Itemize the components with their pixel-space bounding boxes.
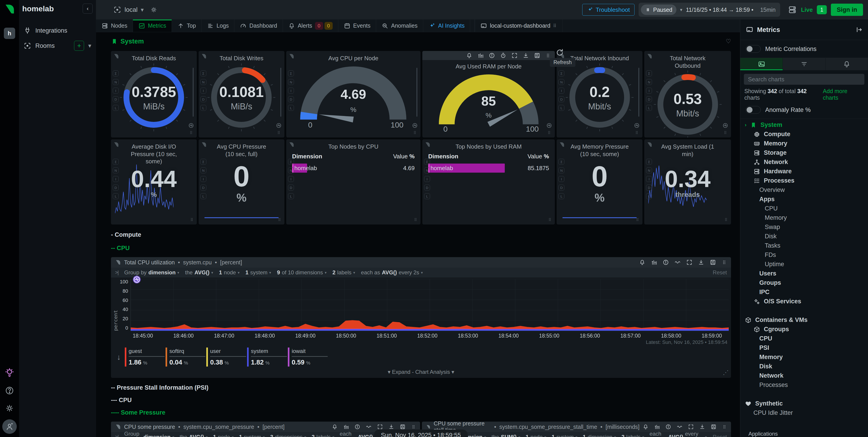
collapse-filters-icon[interactable]: >| bbox=[115, 434, 118, 437]
card-top-nodes-by-used-ram[interactable]: ΣNIDL Top Nodes by Used RAM DimensionVal… bbox=[422, 139, 555, 225]
info-icon[interactable] bbox=[665, 424, 671, 430]
sidebar-item-synthetic[interactable]: Synthetic bbox=[740, 399, 868, 408]
fullscreen-icon[interactable] bbox=[688, 424, 694, 430]
sidebar-item-memory[interactable]: Memory bbox=[740, 139, 868, 148]
drag-handle-icon[interactable] bbox=[413, 217, 418, 222]
filter-chip[interactable]: 2 labels ▾ bbox=[333, 269, 355, 276]
chart-type-letters[interactable]: ΣNIDL bbox=[200, 70, 206, 111]
chart-type-letters[interactable]: ΣNIDL bbox=[200, 159, 206, 199]
sidebar-item-containers-vms[interactable]: Containers & VMs bbox=[740, 315, 868, 325]
alerts-bell-icon[interactable] bbox=[466, 52, 472, 59]
sidebar-item-fds[interactable]: FDs bbox=[740, 250, 868, 260]
column-value[interactable]: Value % bbox=[527, 153, 549, 160]
chart-type-letters[interactable]: ΣNIDL bbox=[424, 159, 430, 199]
card-avg-disk-io-pressure[interactable]: ΣNIDL Average Disk I/O Pressure (10 sec,… bbox=[111, 139, 197, 225]
drag-handle-icon[interactable] bbox=[548, 217, 552, 222]
section-some-pressure[interactable]: ---- Some Pressure bbox=[111, 409, 731, 416]
sidebar-item-psi[interactable]: PSI bbox=[740, 343, 868, 352]
filter-chip[interactable]: Group by dimension ▾ bbox=[124, 269, 179, 276]
sidebar-item-processes[interactable]: Processes bbox=[740, 176, 868, 185]
sidebar-item-cgroups[interactable]: Cgroups bbox=[740, 325, 868, 334]
tab-alerts-panel[interactable] bbox=[826, 58, 868, 70]
section-cpu[interactable]: -- CPU bbox=[111, 245, 731, 252]
filter-chip[interactable]: 1 node ▾ bbox=[213, 431, 234, 437]
chart-cpu-some-pressure[interactable]: CPU some pressure •system.cpu_some_press… bbox=[111, 421, 420, 437]
anomalies-icon[interactable] bbox=[654, 424, 660, 430]
filter-chip[interactable]: 9 of 10 dimensions ▾ bbox=[277, 269, 327, 276]
time-range-picker[interactable]: Paused ▾ 11/16/25 • 18:44 → 18:59 • 15mi… bbox=[639, 3, 780, 17]
section-compute[interactable]: - Compute bbox=[111, 231, 731, 238]
card-scrollbar[interactable] bbox=[416, 68, 417, 117]
sort-arrow-icon[interactable]: ↓ bbox=[117, 353, 121, 361]
sidebar-item-uptime[interactable]: Uptime bbox=[740, 260, 868, 269]
card-top-nodes-by-cpu[interactable]: ΣNIDL Top Nodes by CPU DimensionValue % … bbox=[286, 139, 421, 225]
sidebar-item-system[interactable]: › System bbox=[740, 120, 868, 129]
card-avg-used-ram-per-node[interactable]: Avg Used RAM per Node 85 % 0 100 bbox=[422, 51, 555, 138]
card-avg-system-load[interactable]: ΣNIDL Avg System Load (1 min) 0.34thread… bbox=[644, 139, 731, 225]
info-icon[interactable] bbox=[354, 424, 360, 430]
favorite-heart-icon[interactable]: ♡ bbox=[726, 38, 731, 45]
filter-chip[interactable]: the AVG() ▾ bbox=[180, 431, 208, 437]
tab-dashboard[interactable]: Dashboard ⠿ bbox=[235, 20, 283, 32]
sidebar-item-rooms[interactable]: Rooms + ▾ bbox=[22, 38, 93, 54]
chart-type-letters[interactable]: ΣNIDL bbox=[646, 159, 652, 199]
filter-chip[interactable]: the SUM() ▾ bbox=[492, 431, 520, 437]
anomaly-pulse-icon[interactable] bbox=[276, 122, 282, 128]
tab-top[interactable]: Top ⠿ bbox=[172, 20, 202, 32]
drag-handle-icon[interactable] bbox=[189, 130, 193, 135]
sidebar-item-applications[interactable]: Applications bbox=[740, 429, 868, 437]
sidebar-item-users[interactable]: Users bbox=[740, 269, 868, 278]
anomalies-icon[interactable] bbox=[343, 424, 349, 430]
tab-events[interactable]: Events ⠿ bbox=[338, 20, 376, 32]
save-image-icon[interactable] bbox=[400, 424, 406, 430]
reset-button[interactable]: Reset bbox=[713, 269, 727, 276]
workspace-avatar[interactable]: h bbox=[4, 28, 15, 39]
legend-pill[interactable]: user 0.38 % bbox=[206, 348, 246, 367]
filter-chip[interactable]: 1 node ▾ bbox=[219, 269, 240, 276]
node-list-icon[interactable] bbox=[788, 5, 797, 14]
refresh-icon[interactable] bbox=[555, 48, 564, 57]
card-avg-cpu-pressure[interactable]: ΣNIDL Avg CPU Pressure (10 sec, full) 0% bbox=[198, 139, 284, 225]
drag-handle-icon[interactable] bbox=[722, 424, 727, 429]
anomaly-pulse-icon[interactable] bbox=[546, 122, 552, 128]
card-avg-cpu-per-node[interactable]: ΣNIDL Avg CPU per Node 4.69 % 0 100 bbox=[286, 51, 421, 138]
fullscreen-icon[interactable] bbox=[377, 424, 383, 430]
tab-filters[interactable] bbox=[783, 58, 826, 70]
legend-pill[interactable]: iowait 0.59 % bbox=[288, 348, 328, 367]
sidebar-item-apps[interactable]: Apps bbox=[740, 195, 868, 204]
fullscreen-icon[interactable] bbox=[512, 52, 518, 59]
chart-type-letters[interactable]: ΣNIDL bbox=[558, 70, 564, 111]
sidebar-item-memory[interactable]: Memory bbox=[740, 213, 868, 223]
download-icon[interactable] bbox=[699, 424, 705, 430]
chevron-down-icon[interactable]: ▾ bbox=[88, 42, 91, 49]
sidebar-item-o-s-services[interactable]: O/S Services bbox=[740, 297, 868, 306]
sign-in-button[interactable]: Sign in bbox=[831, 4, 863, 16]
node-settings-gear-icon[interactable] bbox=[150, 6, 157, 13]
sidebar-item-swap[interactable]: Swap bbox=[740, 223, 868, 232]
sidebar-item-cpu[interactable]: CPU bbox=[740, 204, 868, 213]
chart-type-letters[interactable]: ΣNIDL bbox=[646, 70, 652, 111]
sidebar-item-memory[interactable]: Memory bbox=[740, 352, 868, 362]
drag-handle-icon[interactable] bbox=[412, 130, 417, 135]
tab-alerts[interactable]: Alerts 0 0 ⠿ bbox=[283, 20, 338, 32]
expand-chart-analysis[interactable]: ▾ Expand - Chart Analysis ▾ bbox=[111, 368, 731, 378]
tab-logs[interactable]: Logs ⠿ bbox=[202, 20, 235, 32]
node-selector[interactable]: local ▾ bbox=[113, 6, 144, 14]
search-input[interactable] bbox=[747, 76, 861, 83]
chart-total-cpu-utilization[interactable]: Total CPU utilization • system.cpu • [pe… bbox=[111, 257, 731, 378]
card-avg-memory-pressure[interactable]: ΣNIDL Avg Memory Pressure (10 sec, some)… bbox=[557, 139, 643, 225]
sidebar-item-cpu[interactable]: CPU bbox=[740, 334, 868, 343]
chart-type-letters[interactable]: ΣNIDL bbox=[113, 70, 119, 111]
download-icon[interactable] bbox=[698, 259, 704, 265]
node-name[interactable]: homelab bbox=[292, 165, 317, 172]
resize-handle[interactable]: ⋰ bbox=[723, 369, 729, 376]
legend-pill[interactable]: system 1.82 % bbox=[247, 348, 287, 367]
save-image-icon[interactable] bbox=[711, 424, 716, 430]
section-psi[interactable]: -- Pressure Stall Information (PSI) bbox=[111, 384, 731, 391]
filter-chip[interactable]: each as AVG() every 2s ▾ bbox=[649, 431, 707, 437]
cpu-plot-area[interactable] bbox=[130, 279, 729, 331]
chart-type-letters[interactable]: ΣNIDL bbox=[558, 159, 564, 199]
metric-correlations-toggle[interactable] bbox=[746, 45, 761, 53]
collapse-panel-button[interactable]: ‹ bbox=[83, 4, 93, 13]
drag-handle-icon[interactable] bbox=[721, 260, 727, 265]
